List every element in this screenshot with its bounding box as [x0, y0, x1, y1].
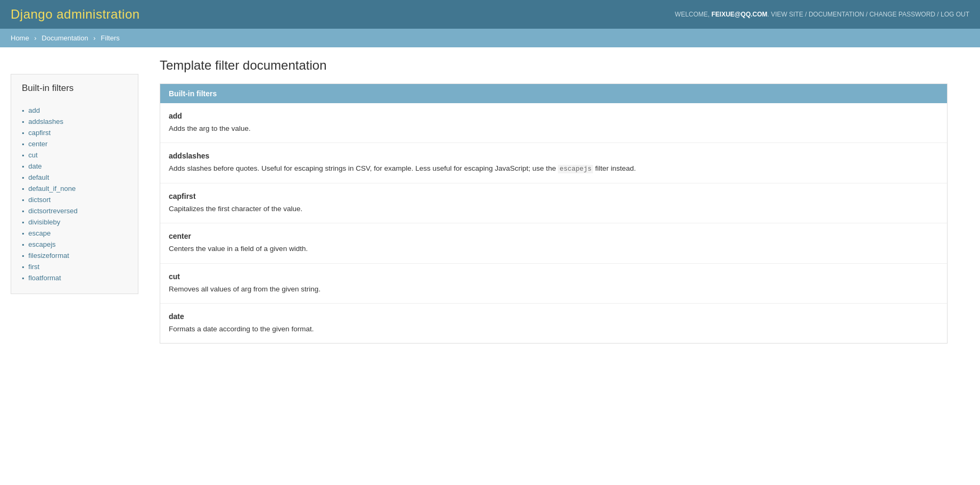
sidebar-link-filesizeformat[interactable]: filesizeformat — [28, 252, 69, 260]
sidebar: Built-in filters add addslashes capfirst… — [11, 74, 138, 344]
section-header: Built-in filters — [160, 84, 947, 103]
username: FEIXUE@QQ.COM — [712, 11, 768, 18]
filter-name-date: date — [169, 312, 938, 321]
breadcrumb-home[interactable]: Home — [11, 34, 29, 42]
sidebar-link-cut[interactable]: cut — [28, 151, 37, 159]
log-out-link[interactable]: LOG OUT — [941, 11, 969, 18]
filter-name-add: add — [169, 112, 938, 120]
breadcrumb-filters: Filters — [101, 34, 119, 42]
sidebar-item: default — [22, 173, 127, 181]
sidebar-item: filesizeformat — [22, 252, 127, 260]
sidebar-link-dictsort[interactable]: dictsort — [28, 196, 51, 204]
breadcrumb-documentation[interactable]: Documentation — [42, 34, 88, 42]
sidebar-item: first — [22, 263, 127, 271]
filter-desc-add: Adds the arg to the value. — [169, 123, 938, 134]
sidebar-link-default[interactable]: default — [28, 173, 49, 181]
sidebar-link-divisibleby[interactable]: divisibleby — [28, 218, 60, 226]
sidebar-item: floatformat — [22, 274, 127, 282]
filter-desc-addslashes: Adds slashes before quotes. Useful for e… — [169, 163, 938, 174]
sidebar-item: dictsortreversed — [22, 207, 127, 215]
filter-entry-addslashes: addslashes Adds slashes before quotes. U… — [160, 143, 947, 183]
breadcrumb-sep-2: › — [93, 34, 95, 42]
filter-entry-cut: cut Removes all values of arg from the g… — [160, 264, 947, 304]
sidebar-item: dictsort — [22, 196, 127, 204]
documentation-link[interactable]: DOCUMENTATION — [809, 11, 864, 18]
sidebar-item: add — [22, 106, 127, 114]
code-escapejs: escapejs — [558, 165, 593, 173]
header: Django administration WELCOME, FEIXUE@QQ… — [0, 0, 980, 29]
sidebar-link-capfirst[interactable]: capfirst — [28, 129, 51, 137]
sidebar-item: date — [22, 162, 127, 170]
sidebar-link-add[interactable]: add — [28, 106, 40, 114]
filter-desc-capfirst: Capitalizes the first character of the v… — [169, 204, 938, 214]
sidebar-item: divisibleby — [22, 218, 127, 226]
doc-box: Built-in filters add Adds the arg to the… — [160, 83, 948, 344]
sidebar-link-date[interactable]: date — [28, 162, 42, 170]
filter-desc-center: Centers the value in a field of a given … — [169, 244, 938, 254]
breadcrumb-sep-1: › — [34, 34, 36, 42]
sidebar-list: add addslashes capfirst center cut date … — [22, 106, 127, 282]
page-title: Template filter documentation — [160, 58, 948, 73]
welcome-prefix: WELCOME, — [675, 11, 712, 18]
sidebar-link-escapejs[interactable]: escapejs — [28, 240, 55, 248]
sidebar-link-first[interactable]: first — [28, 263, 39, 271]
sidebar-link-default-if-none[interactable]: default_if_none — [28, 185, 76, 193]
sidebar-item: cut — [22, 151, 127, 159]
content-main: Built-in filters add addslashes capfirst… — [0, 47, 958, 354]
sidebar-item: default_if_none — [22, 185, 127, 193]
sidebar-link-addslashes[interactable]: addslashes — [28, 118, 63, 126]
filter-desc-cut: Removes all values of arg from the given… — [169, 284, 938, 295]
sidebar-item: addslashes — [22, 118, 127, 126]
sidebar-link-floatformat[interactable]: floatformat — [28, 274, 61, 282]
change-password-link[interactable]: CHANGE PASSWORD — [869, 11, 935, 18]
sidebar-box: Built-in filters add addslashes capfirst… — [11, 74, 138, 294]
sidebar-title: Built-in filters — [22, 83, 127, 98]
filter-name-capfirst: capfirst — [169, 192, 938, 200]
filter-name-addslashes: addslashes — [169, 152, 938, 160]
filter-name-center: center — [169, 232, 938, 240]
breadcrumb-bar: Home › Documentation › Filters — [0, 29, 980, 47]
view-site-link[interactable]: VIEW SITE — [771, 11, 803, 18]
filter-entry-center: center Centers the value in a field of a… — [160, 223, 947, 263]
filter-entry-capfirst: capfirst Capitalizes the first character… — [160, 183, 947, 223]
filter-entry-add: add Adds the arg to the value. — [160, 103, 947, 143]
sidebar-link-center[interactable]: center — [28, 140, 47, 148]
sidebar-link-dictsortreversed[interactable]: dictsortreversed — [28, 207, 77, 215]
user-tools: WELCOME, FEIXUE@QQ.COM. VIEW SITE / DOCU… — [675, 11, 969, 18]
filter-desc-date: Formats a date according to the given fo… — [169, 324, 938, 335]
sidebar-item: capfirst — [22, 129, 127, 137]
sidebar-item: escapejs — [22, 240, 127, 248]
filter-name-cut: cut — [169, 272, 938, 281]
filter-entry-date: date Formats a date according to the giv… — [160, 304, 947, 343]
doc-area: Template filter documentation Built-in f… — [160, 58, 948, 344]
site-title: Django administration — [11, 7, 140, 22]
sidebar-link-escape[interactable]: escape — [28, 229, 51, 237]
sidebar-item: escape — [22, 229, 127, 237]
sidebar-item: center — [22, 140, 127, 148]
